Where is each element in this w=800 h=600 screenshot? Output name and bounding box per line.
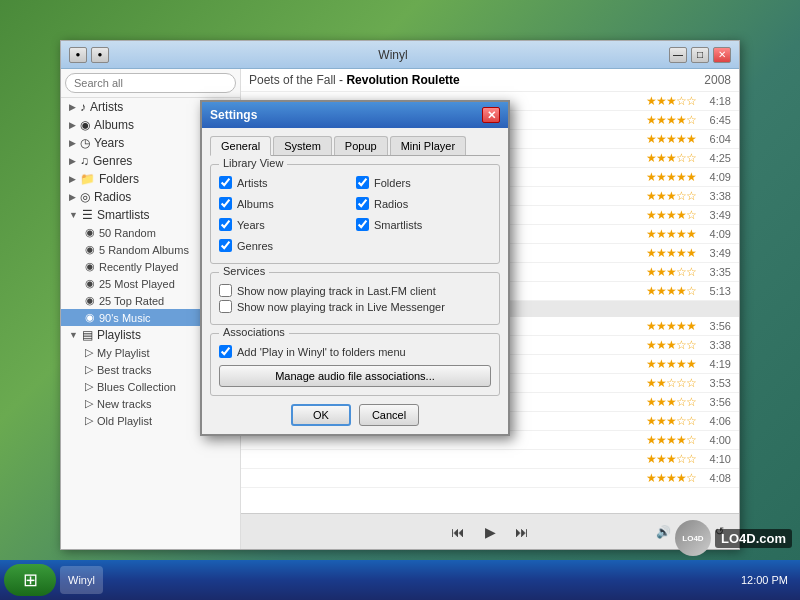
item-icon: ▷ [85,380,93,393]
prev-button[interactable]: ⏮ [446,520,470,544]
taskbar-right: 12:00 PM [741,574,796,586]
25most-label: 25 Most Played [99,278,175,290]
header-artist: Poets of the Fall [249,73,336,87]
track-stars: ★★★☆☆ [626,395,696,409]
track-duration: 3:49 [696,209,731,221]
blues-label: Blues Collection [97,381,176,393]
checkbox-genres-input[interactable] [219,239,232,252]
arrow-icon: ▶ [69,102,76,112]
tab-popup[interactable]: Popup [334,136,388,155]
checkbox-folders: Folders [356,176,491,189]
table-row[interactable]: ★★★☆☆4:10 [241,450,739,469]
checkbox-playin: Add 'Play in Winyl' to folders menu [219,345,491,358]
artists-label: Artists [90,100,123,114]
arrow-icon: ▶ [69,138,76,148]
item-icon: ▷ [85,363,93,376]
track-stars: ★★★☆☆ [626,265,696,279]
arrow-icon: ▶ [69,174,76,184]
track-duration: 4:10 [696,453,731,465]
track-stars: ★★★☆☆ [626,452,696,466]
track-stars: ★★★★★ [626,319,696,333]
genres-label: Genres [93,154,132,168]
checkbox-radios: Radios [356,197,491,210]
track-duration: 4:00 [696,434,731,446]
checkbox-lastfm-input[interactable] [219,284,232,297]
smartlists-label: Smartlists [97,208,150,222]
volume-icon[interactable]: 🔊 [651,520,675,544]
ok-button[interactable]: OK [291,404,351,426]
track-stars: ★★★★☆ [626,433,696,447]
item-icon: ◉ [85,294,95,307]
tab-bar: General System Popup Mini Player [210,136,500,156]
track-duration: 6:45 [696,114,731,126]
radios-icon: ◎ [80,190,90,204]
radios-label: Radios [94,190,131,204]
track-stars: ★★★☆☆ [626,338,696,352]
item-icon: ◉ [85,311,95,324]
90s-label: 90's Music [99,312,151,324]
item-icon: ▷ [85,414,93,427]
checkbox-years-input[interactable] [219,218,232,231]
start-button[interactable]: ⊞ [4,564,56,596]
win-minimize-button[interactable]: — [669,47,687,63]
track-duration: 4:19 [696,358,731,370]
artists-icon: ♪ [80,100,86,114]
play-button[interactable]: ▶ [478,520,502,544]
track-duration: 5:13 [696,285,731,297]
track-duration: 3:56 [696,320,731,332]
checkbox-playin-label: Add 'Play in Winyl' to folders menu [237,346,406,358]
maximize-button[interactable]: ● [91,47,109,63]
newtracks-label: New tracks [97,398,151,410]
checkbox-albums-input[interactable] [219,197,232,210]
checkbox-radios-input[interactable] [356,197,369,210]
track-stars: ★★★☆☆ [626,189,696,203]
tab-general[interactable]: General [210,136,271,156]
track-stars: ★★★☆☆ [626,414,696,428]
cancel-button[interactable]: Cancel [359,404,419,426]
library-view-section: Library View Artists Folders Albums Radi… [210,164,500,264]
services-section: Services Show now playing track in Last.… [210,272,500,325]
checkbox-messenger-input[interactable] [219,300,232,313]
table-row[interactable]: ★★★★☆4:08 [241,469,739,488]
checkbox-smartlists-input[interactable] [356,218,369,231]
dialog-close-button[interactable]: ✕ [482,107,500,123]
track-stars: ★★★★☆ [626,113,696,127]
checkbox-lastfm: Show now playing track in Last.FM client [219,284,491,297]
lo4d-watermark: LO4D LO4D.com [675,520,792,556]
window-controls: — □ ✕ [669,47,731,63]
checkbox-artists-label: Artists [237,177,268,189]
next-button[interactable]: ⏭ [510,520,534,544]
services-label: Services [219,265,269,277]
tab-system[interactable]: System [273,136,332,155]
tab-miniplayer[interactable]: Mini Player [390,136,466,155]
checkbox-folders-input[interactable] [356,176,369,189]
item-icon: ◉ [85,226,95,239]
checkbox-smartlists-label: Smartlists [374,219,422,231]
taskbar: ⊞ Winyl 12:00 PM [0,560,800,600]
item-icon: ◉ [85,243,95,256]
window-title: Winyl [117,48,669,62]
track-stars: ★★★★★ [626,227,696,241]
checkbox-playin-input[interactable] [219,345,232,358]
track-stars: ★★★★★ [626,246,696,260]
arrow-icon: ▶ [69,192,76,202]
checkbox-albums: Albums [219,197,354,210]
folders-icon: 📁 [80,172,95,186]
checkbox-years-label: Years [237,219,265,231]
win-close-button[interactable]: ✕ [713,47,731,63]
checkbox-messenger-label: Show now playing track in Live Messenger [237,301,445,313]
win-maximize-button[interactable]: □ [691,47,709,63]
taskbar-winyl-button[interactable]: Winyl [60,566,103,594]
albums-icon: ◉ [80,118,90,132]
track-header: Poets of the Fall - Revolution Roulette … [241,69,739,92]
manage-audio-button[interactable]: Manage audio file associations... [219,365,491,387]
taskbar-winyl-label: Winyl [68,574,95,586]
dialog-body: General System Popup Mini Player Library… [202,128,508,434]
search-input[interactable] [65,73,236,93]
minimize-button[interactable]: ● [69,47,87,63]
track-stars: ★★☆☆☆ [626,376,696,390]
checkbox-artists-input[interactable] [219,176,232,189]
checkbox-artists: Artists [219,176,354,189]
dialog-title: Settings [210,108,482,122]
25top-label: 25 Top Rated [99,295,164,307]
